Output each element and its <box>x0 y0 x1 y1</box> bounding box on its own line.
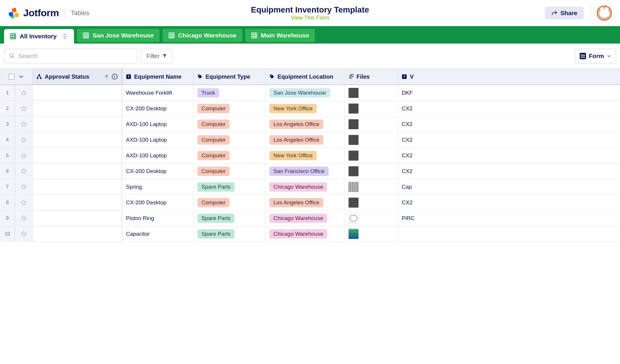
select-all-checkbox[interactable] <box>9 74 15 80</box>
cell-type[interactable]: Computer <box>193 116 265 132</box>
cell-location[interactable]: New York Office <box>265 101 344 116</box>
cell-type[interactable]: Computer <box>193 101 265 116</box>
row-star[interactable] <box>15 210 33 226</box>
col-vendor[interactable]: T V <box>398 69 620 84</box>
col-files[interactable]: Files <box>344 69 398 84</box>
cell-approval[interactable] <box>33 179 122 194</box>
cell-type[interactable]: Spare Parts <box>193 210 265 226</box>
chevron-down-icon[interactable] <box>19 74 24 79</box>
row-star[interactable] <box>15 116 33 132</box>
cell-approval[interactable] <box>33 210 122 226</box>
cell-location[interactable]: Los Angeles Office <box>265 132 344 147</box>
cell-files[interactable] <box>344 179 398 194</box>
col-type[interactable]: Equipment Type <box>193 69 265 84</box>
cell-files[interactable] <box>344 116 398 132</box>
tab-san-jose-warehouse[interactable]: San Jose Warehouse <box>77 29 159 42</box>
cell-location[interactable]: Los Angeles Office <box>265 195 344 210</box>
cell-type[interactable]: Computer <box>193 132 265 147</box>
cell-vendor[interactable]: DKF <box>398 85 620 100</box>
row-star[interactable] <box>15 101 33 116</box>
cell-name[interactable]: Capacitor <box>122 226 193 242</box>
row-star[interactable] <box>15 132 33 147</box>
cell-approval[interactable] <box>33 148 122 163</box>
cell-vendor[interactable]: CX2 <box>398 195 620 210</box>
cell-location[interactable]: Chicago Warehouse <box>265 226 344 242</box>
cell-approval[interactable] <box>33 101 122 116</box>
cell-name[interactable]: AXD-100 Laptop <box>122 116 193 132</box>
cell-approval[interactable] <box>33 85 122 100</box>
col-approval[interactable]: Approval Status i <box>33 69 122 84</box>
cell-files[interactable] <box>344 195 398 210</box>
cell-name[interactable]: AXD-100 Laptop <box>122 148 193 163</box>
cell-name[interactable]: CX-200 Desktop <box>122 195 193 210</box>
cell-type[interactable]: Computer <box>193 195 265 210</box>
cell-files[interactable] <box>344 210 398 226</box>
cell-approval[interactable] <box>33 116 122 132</box>
logo[interactable]: Jotform <box>8 7 59 19</box>
cell-name[interactable]: Piston Ring <box>122 210 193 226</box>
table-row[interactable]: 6CX-200 DesktopComputerSan Francisco Off… <box>0 163 620 179</box>
tab-chicago-warehouse[interactable]: Chicago Warehouse <box>163 29 242 42</box>
table-row[interactable]: 3AXD-100 LaptopComputerLos Angeles Offic… <box>0 116 620 132</box>
info-icon[interactable]: i <box>112 74 118 80</box>
table-row[interactable]: 1Warehouse ForkliftTruckSan Jose Warehou… <box>0 85 620 101</box>
cell-approval[interactable] <box>33 163 122 179</box>
cell-type[interactable]: Spare Parts <box>193 226 265 242</box>
cell-approval[interactable] <box>33 195 122 210</box>
cell-name[interactable]: Warehouse Forklift <box>122 85 193 100</box>
cell-vendor[interactable]: CX2 <box>398 116 620 132</box>
avatar[interactable] <box>597 6 612 21</box>
filter-button[interactable]: Filter <box>141 49 172 63</box>
cell-vendor[interactable] <box>398 226 620 242</box>
cell-files[interactable] <box>344 132 398 147</box>
table-row[interactable]: 9Piston RingSpare PartsChicago Warehouse… <box>0 210 620 226</box>
cell-location[interactable]: New York Office <box>265 148 344 163</box>
cell-vendor[interactable]: CX2 <box>398 163 620 179</box>
row-star[interactable] <box>15 226 33 242</box>
row-star[interactable] <box>15 179 33 194</box>
cell-name[interactable]: CX-200 Desktop <box>122 163 193 179</box>
cell-approval[interactable] <box>33 226 122 242</box>
row-star[interactable] <box>15 148 33 163</box>
cell-location[interactable]: Chicago Warehouse <box>265 210 344 226</box>
col-location[interactable]: Equipment Location <box>265 69 344 84</box>
cell-location[interactable]: Los Angeles Office <box>265 116 344 132</box>
cell-files[interactable] <box>344 101 398 116</box>
cell-vendor[interactable]: PiRC <box>398 210 620 226</box>
cell-location[interactable]: San Francisco Office <box>265 163 344 179</box>
form-view-button[interactable]: Form <box>575 49 616 63</box>
table-row[interactable]: 4AXD-100 LaptopComputerLos Angeles Offic… <box>0 132 620 148</box>
cell-type[interactable]: Computer <box>193 163 265 179</box>
cell-name[interactable]: CX-200 Desktop <box>122 101 193 116</box>
tab-more-icon[interactable]: ⋮ <box>61 33 68 40</box>
table-row[interactable]: 8CX-200 DesktopComputerLos Angeles Offic… <box>0 195 620 210</box>
table-row[interactable]: 7SpringSpare PartsChicago WarehouseCap <box>0 179 620 195</box>
cell-files[interactable] <box>344 148 398 163</box>
cell-vendor[interactable]: CX2 <box>398 132 620 147</box>
cell-vendor[interactable]: Cap <box>398 179 620 194</box>
table-row[interactable]: 5AXD-100 LaptopComputerNew York OfficeCX… <box>0 148 620 163</box>
cell-location[interactable]: San Jose Warehouse <box>265 85 344 100</box>
cell-name[interactable]: AXD-100 Laptop <box>122 132 193 147</box>
row-star[interactable] <box>15 195 33 210</box>
tab-all-inventory[interactable]: All Inventory⋮ <box>4 29 74 44</box>
cell-vendor[interactable]: CX2 <box>398 148 620 163</box>
cell-type[interactable]: Computer <box>193 148 265 163</box>
search-input[interactable] <box>18 53 133 60</box>
row-star[interactable] <box>15 163 33 179</box>
cell-name[interactable]: Spring <box>122 179 193 194</box>
section-label[interactable]: Tables <box>71 9 89 17</box>
search-input-wrap[interactable] <box>4 49 138 63</box>
cell-files[interactable] <box>344 226 398 242</box>
col-name[interactable]: T Equipment Name <box>122 69 193 84</box>
row-star[interactable] <box>15 85 33 100</box>
cell-files[interactable] <box>344 163 398 179</box>
cell-type[interactable]: Truck <box>193 85 265 100</box>
table-row[interactable]: 2CX-200 DesktopComputerNew York OfficeCX… <box>0 101 620 116</box>
view-form-link[interactable]: View This Form <box>251 15 369 21</box>
cell-type[interactable]: Spare Parts <box>193 179 265 194</box>
cell-vendor[interactable]: CX2 <box>398 101 620 116</box>
cell-files[interactable] <box>344 85 398 100</box>
share-button[interactable]: Share <box>545 7 584 19</box>
tab-main-warehouse[interactable]: Main Warehouse <box>245 29 315 42</box>
